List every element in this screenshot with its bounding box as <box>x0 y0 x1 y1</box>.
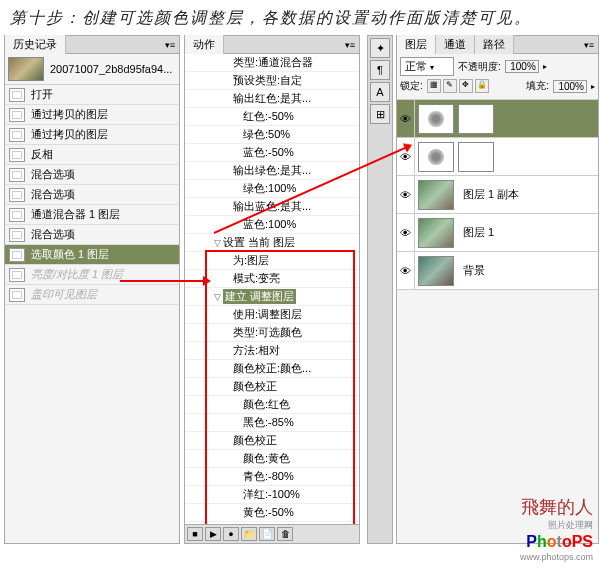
disclosure-icon[interactable]: ▽ <box>211 238 223 248</box>
blend-mode-select[interactable]: 正常 ▾ <box>400 57 454 76</box>
action-item[interactable]: 颜色:黄色 <box>185 450 359 468</box>
layer-label: 图层 1 副本 <box>463 187 519 202</box>
action-item[interactable]: 为:图层 <box>185 252 359 270</box>
history-item[interactable]: 通过拷贝的图层 <box>5 105 179 125</box>
layer-row[interactable]: 👁图层 1 <box>397 214 598 252</box>
layer-row[interactable]: 👁 <box>397 100 598 138</box>
history-list: 打开通过拷贝的图层通过拷贝的图层反相混合选项混合选项通道混合器 1 图层混合选项… <box>5 85 179 305</box>
opacity-label: 不透明度: <box>458 60 501 74</box>
history-item[interactable]: 通过拷贝的图层 <box>5 125 179 145</box>
history-item[interactable]: 反相 <box>5 145 179 165</box>
fill-flyout-icon[interactable]: ▸ <box>591 82 595 91</box>
action-item[interactable]: 蓝色:100% <box>185 216 359 234</box>
action-item[interactable]: 方法:相对 <box>185 342 359 360</box>
layer-thumb <box>418 218 454 248</box>
action-item[interactable]: ▽设置 当前 图层 <box>185 234 359 252</box>
actions-footer-button[interactable]: ● <box>223 527 239 541</box>
history-step-icon <box>9 188 25 202</box>
history-step-icon <box>9 88 25 102</box>
disclosure-icon[interactable]: ▽ <box>211 292 223 302</box>
history-item[interactable]: 混合选项 <box>5 165 179 185</box>
history-step-icon <box>9 288 25 302</box>
action-item[interactable]: 蓝色:-50% <box>185 144 359 162</box>
layers-tab[interactable]: 图层 <box>397 35 436 54</box>
mask-thumb <box>458 142 494 172</box>
actions-footer-button[interactable]: 📁 <box>241 527 257 541</box>
actions-tab[interactable]: 动作 <box>185 35 224 54</box>
actions-footer-button[interactable]: ■ <box>187 527 203 541</box>
visibility-eye-icon[interactable]: 👁 <box>397 214 415 251</box>
layer-label: 背景 <box>463 263 485 278</box>
history-item[interactable]: 亮度/对比度 1 图层 <box>5 265 179 285</box>
action-item[interactable]: 预设类型:自定 <box>185 72 359 90</box>
opacity-flyout-icon[interactable]: ▸ <box>543 62 547 71</box>
layers-panel: 图层 通道 路径 ▾≡ 正常 ▾ 不透明度: 100% ▸ 锁定: ▦ ✎ ✥ … <box>396 35 599 544</box>
action-item[interactable]: 绿色:100% <box>185 180 359 198</box>
lock-position-icon[interactable]: ✥ <box>459 79 473 93</box>
action-label: 建立 调整图层 <box>223 289 296 304</box>
action-label: 颜色:红色 <box>243 397 290 412</box>
action-item[interactable]: 黄色:-50% <box>185 504 359 522</box>
action-item[interactable]: 洋红:-100% <box>185 486 359 504</box>
history-item[interactable]: 混合选项 <box>5 225 179 245</box>
action-item[interactable]: 红色:-50% <box>185 108 359 126</box>
layer-row[interactable]: 👁背景 <box>397 252 598 290</box>
layer-row[interactable]: 👁图层 1 副本 <box>397 176 598 214</box>
action-item[interactable]: 类型:通道混合器 <box>185 54 359 72</box>
history-step-icon <box>9 228 25 242</box>
action-label: 类型:可选颜色 <box>233 325 302 340</box>
visibility-eye-icon[interactable]: 👁 <box>397 100 415 137</box>
history-panel: 历史记录 ▾≡ 20071007_2b8d95fa94... 打开通过拷贝的图层… <box>4 35 180 544</box>
history-item-label: 通道混合器 1 图层 <box>31 207 120 222</box>
history-item[interactable]: 打开 <box>5 85 179 105</box>
opacity-input[interactable]: 100% <box>505 60 539 73</box>
history-step-icon <box>9 208 25 222</box>
layer-label: 图层 1 <box>463 225 494 240</box>
fill-input[interactable]: 100% <box>553 80 587 93</box>
lock-all-icon[interactable]: 🔒 <box>475 79 489 93</box>
action-label: 青色:-80% <box>243 469 294 484</box>
dock-button[interactable]: ✦ <box>370 38 390 58</box>
action-item[interactable]: 输出绿色:是其... <box>185 162 359 180</box>
history-snapshot-thumb[interactable] <box>8 57 44 81</box>
dock-button[interactable]: ¶ <box>370 60 390 80</box>
action-item[interactable]: 输出红色:是其... <box>185 90 359 108</box>
action-item[interactable]: 颜色校正 <box>185 522 359 524</box>
action-item[interactable]: 类型:可选颜色 <box>185 324 359 342</box>
panel-menu-icon[interactable]: ▾≡ <box>580 40 598 50</box>
history-step-icon <box>9 148 25 162</box>
action-label: 颜色校正 <box>233 523 277 524</box>
panel-menu-icon[interactable]: ▾≡ <box>161 40 179 50</box>
action-item[interactable]: 使用:调整图层 <box>185 306 359 324</box>
history-item[interactable]: 混合选项 <box>5 185 179 205</box>
action-item[interactable]: 青色:-80% <box>185 468 359 486</box>
history-item[interactable]: 盖印可见图层 <box>5 285 179 305</box>
history-item-label: 混合选项 <box>31 167 75 182</box>
action-item[interactable]: 绿色:50% <box>185 126 359 144</box>
action-label: 设置 当前 图层 <box>223 235 295 250</box>
action-item[interactable]: ▽建立 调整图层 <box>185 288 359 306</box>
action-item[interactable]: 颜色校正 <box>185 378 359 396</box>
layer-row[interactable]: 👁 <box>397 138 598 176</box>
action-item[interactable]: 黑色:-85% <box>185 414 359 432</box>
action-item[interactable]: 颜色校正:颜色... <box>185 360 359 378</box>
history-tab[interactable]: 历史记录 <box>5 35 66 54</box>
actions-footer-button[interactable]: 🗑 <box>277 527 293 541</box>
history-item-label: 反相 <box>31 147 53 162</box>
dock-button[interactable]: ⊞ <box>370 104 390 124</box>
visibility-eye-icon[interactable]: 👁 <box>397 252 415 289</box>
history-item[interactable]: 选取颜色 1 图层 <box>5 245 179 265</box>
visibility-eye-icon[interactable]: 👁 <box>397 176 415 213</box>
panel-menu-icon[interactable]: ▾≡ <box>341 40 359 50</box>
history-step-icon <box>9 248 25 262</box>
action-item[interactable]: 颜色校正 <box>185 432 359 450</box>
actions-footer-button[interactable]: 📄 <box>259 527 275 541</box>
paths-tab[interactable]: 路径 <box>475 35 514 54</box>
dock-button[interactable]: A <box>370 82 390 102</box>
channels-tab[interactable]: 通道 <box>436 35 475 54</box>
lock-transparency-icon[interactable]: ▦ <box>427 79 441 93</box>
action-item[interactable]: 颜色:红色 <box>185 396 359 414</box>
actions-footer-button[interactable]: ▶ <box>205 527 221 541</box>
history-item[interactable]: 通道混合器 1 图层 <box>5 205 179 225</box>
lock-paint-icon[interactable]: ✎ <box>443 79 457 93</box>
